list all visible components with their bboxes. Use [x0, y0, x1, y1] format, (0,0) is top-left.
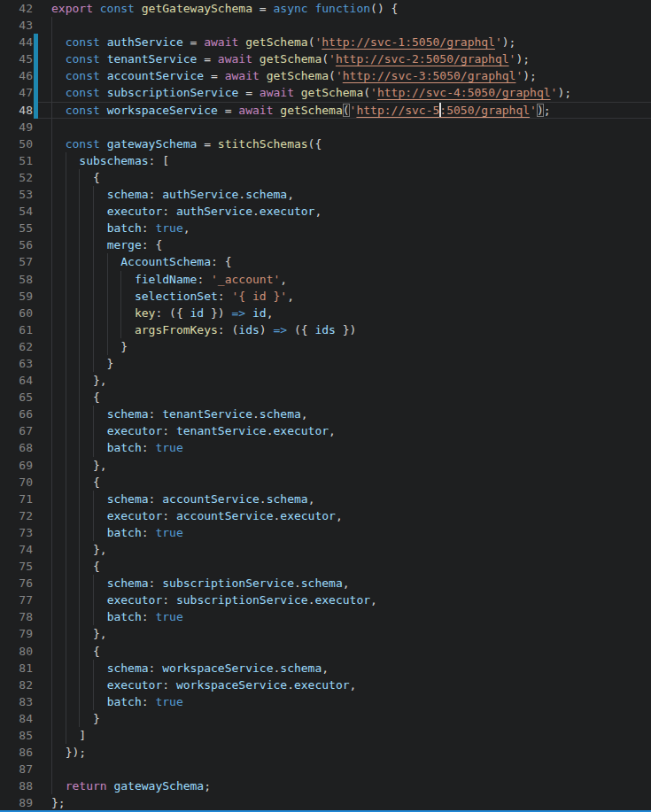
code-line[interactable]: 85 ] [0, 727, 651, 744]
line-number[interactable]: 78 [0, 608, 33, 625]
line-number[interactable]: 47 [0, 84, 33, 101]
git-modified-indicator[interactable] [34, 50, 38, 67]
code-line[interactable]: 42export const getGatewaySchema = async … [0, 0, 651, 17]
line-number[interactable]: 87 [0, 761, 33, 777]
code-line[interactable]: 56 merge: { [0, 236, 651, 253]
code-line[interactable]: 53 schema: authService.schema, [0, 186, 651, 203]
line-number[interactable]: 64 [0, 372, 33, 389]
code-line[interactable]: 74 }, [0, 541, 651, 558]
url-link[interactable]: http://svc-5 [356, 104, 439, 117]
code-line[interactable]: 61 argsFromKeys: (ids) => ({ ids }) [0, 321, 651, 338]
code-line[interactable]: 57 AccountSchema: { [0, 253, 651, 270]
git-modified-indicator[interactable] [34, 84, 38, 101]
line-number[interactable]: 66 [0, 406, 33, 422]
code-line[interactable]: 60 key: ({ id }) => id, [0, 305, 651, 321]
line-number[interactable]: 76 [0, 575, 33, 592]
code-line[interactable]: 70 { [0, 474, 651, 491]
code-line[interactable]: 64 }, [0, 372, 651, 389]
code-line[interactable]: 59 selectionSet: '{ id }', [0, 288, 651, 305]
code-line[interactable]: 50 const gatewaySchema = stitchSchemas({ [0, 135, 651, 152]
url-link[interactable]: http://svc-4:5050/graphql [377, 86, 551, 99]
code-line[interactable]: 47 const subscriptionService = await get… [0, 84, 651, 101]
line-number[interactable]: 73 [0, 524, 33, 541]
code-line[interactable]: 51 subschemas: [ [0, 152, 651, 169]
code-line[interactable]: 88 return gatewaySchema; [0, 777, 651, 794]
line-number[interactable]: 43 [0, 17, 33, 34]
code-line[interactable]: 55 batch: true, [0, 220, 651, 236]
line-number[interactable]: 77 [0, 592, 33, 608]
line-number[interactable]: 67 [0, 422, 33, 439]
code-line[interactable]: 69 }, [0, 457, 651, 474]
code-line[interactable]: 83 batch: true [0, 693, 651, 710]
code-line[interactable]: 46 const accountService = await getSchem… [0, 67, 651, 84]
git-modified-indicator[interactable] [34, 34, 38, 50]
line-number[interactable]: 42 [0, 0, 33, 17]
code-line[interactable]: 65 { [0, 389, 651, 406]
line-number[interactable]: 83 [0, 693, 33, 710]
code-line[interactable]: 62 } [0, 338, 651, 355]
line-number[interactable]: 63 [0, 355, 33, 372]
line-number[interactable]: 86 [0, 744, 33, 761]
line-number[interactable]: 88 [0, 777, 33, 794]
code-line[interactable]: 79 }, [0, 625, 651, 642]
line-number[interactable]: 59 [0, 288, 33, 305]
code-line[interactable]: 87 [0, 761, 651, 777]
url-link[interactable]: http://svc-3:5050/graphql [343, 69, 516, 82]
line-number[interactable]: 72 [0, 507, 33, 524]
line-number[interactable]: 52 [0, 169, 33, 186]
line-number[interactable]: 81 [0, 660, 33, 677]
line-number[interactable]: 55 [0, 220, 33, 236]
code-line[interactable]: 67 executor: tenantService.executor, [0, 422, 651, 439]
line-number[interactable]: 45 [0, 50, 33, 67]
code-line[interactable]: 86 }); [0, 744, 651, 761]
line-number[interactable]: 61 [0, 321, 33, 338]
url-link[interactable]: http://svc-2:5050/graphql [336, 52, 509, 66]
line-number[interactable]: 68 [0, 439, 33, 456]
line-number[interactable]: 74 [0, 541, 33, 558]
code-line[interactable]: 71 schema: accountService.schema, [0, 491, 651, 507]
code-line[interactable]: 44 const authService = await getSchema('… [0, 34, 651, 50]
code-line[interactable]: 72 executor: accountService.executor, [0, 507, 651, 524]
line-number[interactable]: 54 [0, 203, 33, 220]
line-number[interactable]: 57 [0, 253, 33, 270]
line-number[interactable]: 79 [0, 625, 33, 642]
line-number[interactable]: 51 [0, 152, 33, 169]
code-line[interactable]: 82 executor: workspaceService.executor, [0, 677, 651, 693]
url-link[interactable]: http://svc-1:5050/graphql [322, 35, 495, 49]
code-line[interactable]: 45 const tenantService = await getSchema… [0, 50, 651, 67]
line-number[interactable]: 46 [0, 67, 33, 84]
code-line[interactable]: 77 executor: subscriptionService.executo… [0, 592, 651, 608]
line-number[interactable]: 84 [0, 710, 33, 727]
line-number[interactable]: 69 [0, 457, 33, 474]
code-line[interactable]: 43 [0, 17, 651, 34]
line-number[interactable]: 44 [0, 34, 33, 50]
line-number[interactable]: 85 [0, 727, 33, 744]
line-number[interactable]: 75 [0, 558, 33, 575]
line-number[interactable]: 48 [0, 102, 33, 119]
code-line[interactable]: 75 { [0, 558, 651, 575]
code-line[interactable]: 81 schema: workspaceService.schema, [0, 660, 651, 677]
code-line[interactable]: 73 batch: true [0, 524, 651, 541]
code-line[interactable]: 48 const workspaceService = await getSch… [0, 102, 651, 119]
code-line[interactable]: 78 batch: true [0, 608, 651, 625]
line-number[interactable]: 58 [0, 271, 33, 288]
line-number[interactable]: 53 [0, 186, 33, 203]
line-number[interactable]: 50 [0, 135, 33, 152]
line-number[interactable]: 62 [0, 338, 33, 355]
line-number[interactable]: 82 [0, 677, 33, 693]
git-modified-indicator[interactable] [34, 67, 38, 84]
code-line[interactable]: 52 { [0, 169, 651, 186]
line-number[interactable]: 60 [0, 305, 33, 321]
code-line[interactable]: 66 schema: tenantService.schema, [0, 406, 651, 422]
line-number[interactable]: 71 [0, 491, 33, 507]
line-number[interactable]: 70 [0, 474, 33, 491]
line-number[interactable]: 49 [0, 119, 33, 135]
code-line[interactable]: 84 } [0, 710, 651, 727]
code-line[interactable]: 63 } [0, 355, 651, 372]
code-line[interactable]: 80 { [0, 643, 651, 660]
code-line[interactable]: 76 schema: subscriptionService.schema, [0, 575, 651, 592]
git-modified-indicator[interactable] [34, 102, 38, 119]
url-link[interactable]: :5050/graphql [439, 104, 530, 117]
line-number[interactable]: 65 [0, 389, 33, 406]
code-line[interactable]: 68 batch: true [0, 439, 651, 456]
